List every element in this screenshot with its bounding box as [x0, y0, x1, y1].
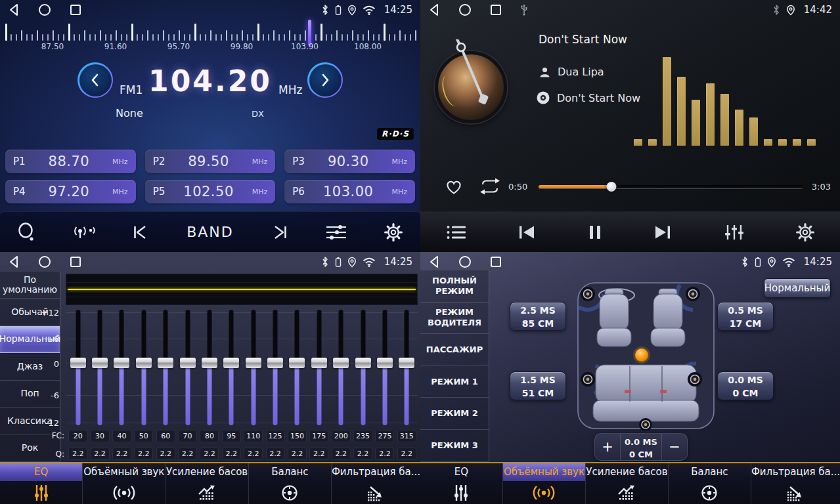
prev-station-button[interactable]: [131, 224, 151, 240]
preset-p6[interactable]: P6103.00MHz: [284, 180, 415, 203]
slider-thumb[interactable]: [70, 358, 86, 368]
slider-thumb[interactable]: [136, 358, 152, 368]
freq-tick: [184, 34, 185, 41]
slider-thumb[interactable]: [311, 358, 327, 368]
pause-button[interactable]: [587, 224, 603, 241]
eq-band-slider[interactable]: [396, 310, 418, 425]
tab-eq[interactable]: EQ: [0, 463, 83, 504]
home-icon[interactable]: [38, 255, 51, 268]
eq-shortcut-button[interactable]: [324, 223, 348, 242]
home-icon[interactable]: [38, 3, 51, 16]
decrease-button[interactable]: −: [662, 434, 687, 460]
slider-thumb[interactable]: [158, 358, 173, 368]
recents-icon[interactable]: [490, 4, 502, 16]
increase-button[interactable]: +: [595, 434, 620, 460]
slider-thumb[interactable]: [92, 358, 108, 368]
eq-band-slider[interactable]: [67, 310, 89, 425]
home-icon[interactable]: [458, 255, 472, 268]
preset-p5[interactable]: P5102.50MHz: [145, 180, 276, 203]
eq-band-slider[interactable]: [133, 310, 154, 425]
settings-button[interactable]: [384, 223, 403, 242]
back-icon[interactable]: [428, 255, 440, 268]
delay-rear-right-button[interactable]: 0.0 MS 0 CM: [717, 371, 774, 400]
tune-down-button[interactable]: [77, 62, 113, 98]
slider-thumb[interactable]: [333, 358, 349, 368]
mode-driver[interactable]: РЕЖИМ ВОДИТЕЛЯ: [420, 303, 489, 335]
tab-balance[interactable]: Баланс: [669, 463, 751, 504]
seek-thumb[interactable]: [606, 182, 616, 192]
eq-band-slider[interactable]: [330, 310, 352, 425]
slider-thumb[interactable]: [267, 358, 283, 368]
preset-p1[interactable]: P188.70MHz: [5, 150, 136, 173]
mode-full[interactable]: ПОЛНЫЙ РЕЖИМ: [420, 270, 489, 303]
eq-band-slider[interactable]: [177, 310, 198, 425]
tune-up-button[interactable]: [307, 62, 343, 98]
settings-button[interactable]: [796, 223, 814, 242]
eq-band-slider[interactable]: [111, 310, 133, 425]
delay-front-right-button[interactable]: 0.5 MS 17 CM: [717, 302, 774, 331]
recents-icon[interactable]: [490, 256, 502, 268]
mode-3[interactable]: РЕЖИМ 3: [420, 430, 489, 462]
back-icon[interactable]: [8, 3, 20, 16]
next-track-button[interactable]: [653, 224, 672, 240]
tab-surround[interactable]: Объёмный звук: [503, 463, 586, 504]
tab-bass-boost[interactable]: Усиление басов: [586, 463, 669, 504]
home-icon[interactable]: [458, 3, 472, 16]
eq-band-slider[interactable]: [374, 310, 395, 425]
playlist-button[interactable]: [446, 224, 467, 241]
eq-band-slider[interactable]: [352, 310, 374, 425]
preset-p2[interactable]: P289.50MHz: [145, 150, 276, 173]
visualizer-bar: [720, 94, 729, 146]
tab-balance[interactable]: Баланс: [249, 463, 332, 504]
broadcast-button[interactable]: [72, 224, 96, 241]
recents-icon[interactable]: [70, 4, 81, 16]
slider-thumb[interactable]: [202, 358, 217, 368]
eq-band-slider[interactable]: [198, 310, 220, 425]
band-button[interactable]: BAND: [187, 224, 234, 240]
slider-thumb[interactable]: [289, 358, 305, 368]
eq-band-slider[interactable]: [155, 310, 177, 425]
slider-thumb[interactable]: [180, 358, 196, 368]
tab-surround[interactable]: Объёмный звук: [83, 463, 166, 504]
frequency-scale[interactable]: 87.50 91.60 95.70 99.80 103.90 108.00: [5, 22, 415, 52]
slider-thumb[interactable]: [355, 358, 371, 368]
slider-thumb[interactable]: [399, 358, 414, 368]
repeat-button[interactable]: [478, 177, 502, 200]
tab-filter[interactable]: Фильтрация ба...: [332, 463, 420, 504]
previous-icon: [131, 224, 151, 240]
eq-band-slider[interactable]: [308, 310, 330, 425]
search-icon: [18, 222, 36, 242]
slider-thumb[interactable]: [114, 358, 129, 368]
slider-thumb[interactable]: [246, 358, 261, 368]
eq-band-slider[interactable]: [242, 310, 264, 425]
seek-bar[interactable]: [539, 185, 803, 188]
slider-thumb[interactable]: [223, 358, 239, 368]
eq-band-slider[interactable]: [286, 310, 308, 425]
freq-scale-label: 87.50: [41, 42, 64, 51]
eq-band-slider[interactable]: [89, 310, 110, 425]
tab-bass-boost[interactable]: Усиление басов: [166, 463, 248, 504]
previous-track-button[interactable]: [518, 224, 536, 240]
preset-p4[interactable]: P497.20MHz: [5, 180, 136, 203]
delay-front-left-button[interactable]: 2.5 MS 85 CM: [510, 302, 566, 331]
tab-eq[interactable]: EQ: [420, 463, 503, 504]
eq-band-slider[interactable]: [264, 310, 286, 425]
mode-passenger[interactable]: ПАССАЖИР: [420, 334, 489, 366]
recents-icon[interactable]: [70, 256, 81, 268]
freq-tick: [42, 34, 43, 41]
slider-thumb[interactable]: [377, 358, 393, 368]
profile-button[interactable]: Нормальный: [764, 278, 831, 298]
tab-filter[interactable]: Фильтрация ба...: [751, 463, 840, 504]
delay-rear-left-button[interactable]: 1.5 MS 51 CM: [510, 371, 566, 400]
back-icon[interactable]: [428, 3, 440, 16]
scan-button[interactable]: [18, 222, 36, 242]
equalizer-button[interactable]: [723, 223, 745, 242]
next-station-button[interactable]: [269, 224, 289, 240]
eq-band-slider[interactable]: [221, 310, 242, 425]
mode-1[interactable]: РЕЖИМ 1: [420, 366, 489, 398]
preset-p3[interactable]: P390.30MHz: [284, 150, 415, 173]
eq-preset-default[interactable]: По умолчанию: [0, 272, 60, 299]
back-icon[interactable]: [8, 255, 20, 268]
favorite-button[interactable]: [444, 178, 464, 198]
mode-2[interactable]: РЕЖИМ 2: [420, 398, 489, 430]
